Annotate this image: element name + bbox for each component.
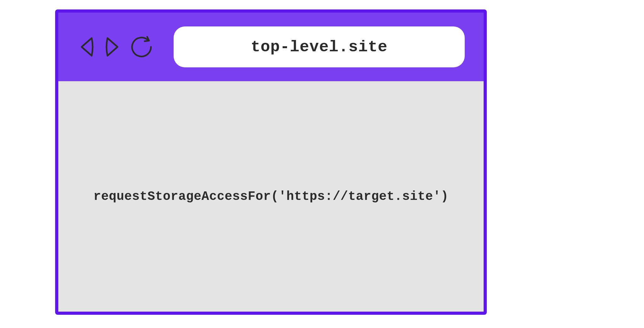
- address-bar[interactable]: top-level.site: [174, 26, 465, 67]
- browser-toolbar: top-level.site: [58, 13, 484, 81]
- browser-content: requestStorageAccessFor('https://target.…: [58, 81, 484, 312]
- address-text: top-level.site: [251, 38, 388, 56]
- forward-icon[interactable]: [103, 34, 122, 59]
- back-icon[interactable]: [77, 34, 96, 59]
- reload-icon[interactable]: [129, 34, 154, 59]
- browser-window: top-level.site requestStorageAccessFor('…: [55, 9, 487, 315]
- content-code: requestStorageAccessFor('https://target.…: [93, 189, 448, 204]
